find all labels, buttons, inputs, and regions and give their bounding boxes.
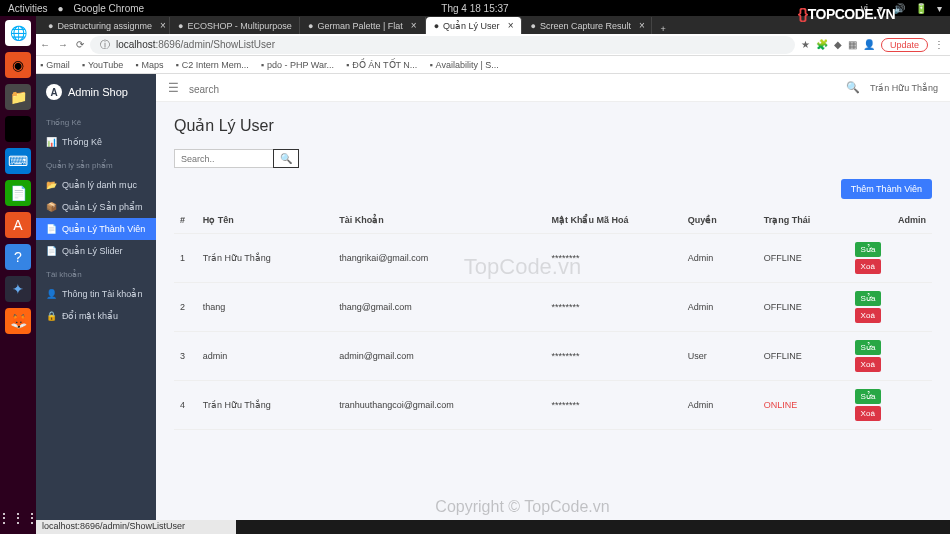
forward-button[interactable]: → bbox=[58, 39, 68, 50]
power-icon[interactable]: ▾ bbox=[937, 3, 942, 14]
bookmark-item[interactable]: ▪YouTube bbox=[82, 60, 124, 70]
sidebar-item[interactable]: 📊Thống Kê bbox=[36, 131, 156, 153]
bookmark-favicon: ▪ bbox=[429, 60, 432, 70]
dock-app-icon[interactable]: ✦ bbox=[5, 276, 31, 302]
cell-index: 4 bbox=[174, 381, 197, 430]
tab-label: German Palette | Flat bbox=[317, 21, 402, 31]
sidebar-item-icon: 📄 bbox=[46, 246, 56, 256]
bookmark-item[interactable]: ▪C2 Intern Mem... bbox=[176, 60, 249, 70]
sidebar-item-icon: 🔒 bbox=[46, 311, 56, 321]
edit-button[interactable]: Sửa bbox=[855, 291, 882, 306]
dock-apps-grid-icon[interactable]: ⋮⋮⋮ bbox=[0, 510, 39, 526]
sidebar-item[interactable]: 🔒Đổi mật khẩu bbox=[36, 305, 156, 327]
tab-close-icon[interactable]: × bbox=[508, 20, 514, 31]
delete-button[interactable]: Xoá bbox=[855, 357, 881, 372]
edit-button[interactable]: Sửa bbox=[855, 242, 882, 257]
sidebar-brand[interactable]: A Admin Shop bbox=[36, 74, 156, 110]
system-datetime[interactable]: Thg 4 18 15:37 bbox=[441, 3, 508, 14]
table-search-input[interactable] bbox=[174, 149, 274, 168]
tab-favicon: ● bbox=[530, 21, 535, 31]
brand-label: Admin Shop bbox=[68, 86, 128, 98]
search-icon[interactable]: 🔍 bbox=[846, 81, 860, 94]
dock-vscode-icon[interactable]: ⌨ bbox=[5, 148, 31, 174]
browser-tab[interactable]: ●Destructuring assignme× bbox=[40, 17, 170, 34]
cell-account: thang@gmail.com bbox=[333, 283, 545, 332]
url-field[interactable]: ⓘ localhost:8696/admin/ShowListUser bbox=[90, 36, 795, 54]
bookmark-item[interactable]: ▪Maps bbox=[135, 60, 163, 70]
topbar-user-name[interactable]: Trần Hữu Thắng bbox=[870, 83, 938, 93]
new-tab-button[interactable]: + bbox=[652, 24, 673, 34]
sidebar-item[interactable]: 👤Thông tin Tài khoản bbox=[36, 283, 156, 305]
cell-index: 3 bbox=[174, 332, 197, 381]
battery-icon[interactable]: 🔋 bbox=[915, 3, 927, 14]
dock-app-icon[interactable]: ◉ bbox=[5, 52, 31, 78]
bookmark-item[interactable]: ▪Availability | S... bbox=[429, 60, 498, 70]
topbar-search-input[interactable] bbox=[189, 84, 309, 95]
extension-icon[interactable]: ★ bbox=[801, 39, 810, 50]
cell-password: ******** bbox=[545, 234, 681, 283]
extension-icon[interactable]: ▦ bbox=[848, 39, 857, 50]
cell-index: 1 bbox=[174, 234, 197, 283]
site-info-icon[interactable]: ⓘ bbox=[100, 38, 110, 52]
delete-button[interactable]: Xoá bbox=[855, 406, 881, 421]
delete-button[interactable]: Xoá bbox=[855, 308, 881, 323]
profile-icon[interactable]: 👤 bbox=[863, 39, 875, 50]
cell-actions: Sửa Xoá bbox=[849, 332, 932, 381]
cell-index: 2 bbox=[174, 283, 197, 332]
cell-role: Admin bbox=[682, 381, 758, 430]
dock-firefox-icon[interactable]: 🦊 bbox=[5, 308, 31, 334]
sidebar-item-label: Đổi mật khẩu bbox=[62, 311, 118, 321]
hamburger-icon[interactable]: ☰ bbox=[168, 81, 179, 95]
ubuntu-dock: 🌐 ◉ 📁 ⬤ ⌨ 📄 A ? ✦ 🦊 ⋮⋮⋮ bbox=[0, 16, 36, 534]
edit-button[interactable]: Sửa bbox=[855, 389, 882, 404]
sidebar-item[interactable]: 📦Quản Lý Sản phẩm bbox=[36, 196, 156, 218]
sidebar-item[interactable]: 📄Quản Lý Slider bbox=[36, 240, 156, 262]
back-button[interactable]: ← bbox=[40, 39, 50, 50]
sidebar-item-icon: 📂 bbox=[46, 180, 56, 190]
browser-tab[interactable]: ●ECOSHOP - Multipurpose× bbox=[170, 17, 300, 34]
sidebar-item[interactable]: 📄Quản Lý Thành Viên bbox=[36, 218, 156, 240]
sidebar-item-icon: 📦 bbox=[46, 202, 56, 212]
table-header: Tài Khoản bbox=[333, 207, 545, 234]
tab-label: Destructuring assignme bbox=[57, 21, 152, 31]
bookmark-item[interactable]: ▪Gmail bbox=[40, 60, 70, 70]
extension-icon[interactable]: 🧩 bbox=[816, 39, 828, 50]
cell-status: ONLINE bbox=[758, 381, 849, 430]
menu-icon[interactable]: ⋮ bbox=[934, 39, 944, 50]
bookmark-label: ĐỒ ÁN TỐT N... bbox=[352, 60, 417, 70]
app-page: A Admin Shop Thống Kê📊Thống KêQuản lý sả… bbox=[36, 74, 950, 520]
edit-button[interactable]: Sửa bbox=[855, 340, 882, 355]
reload-button[interactable]: ⟳ bbox=[76, 39, 84, 50]
main-panel: ☰ 🔍 Trần Hữu Thắng Quản Lý User 🔍 Thêm T… bbox=[156, 74, 950, 520]
tab-close-icon[interactable]: × bbox=[411, 20, 417, 31]
sidebar-item[interactable]: 📂Quản lý danh mục bbox=[36, 174, 156, 196]
dock-software-icon[interactable]: A bbox=[5, 212, 31, 238]
dock-help-icon[interactable]: ? bbox=[5, 244, 31, 270]
tab-close-icon[interactable]: × bbox=[639, 20, 645, 31]
extension-icon[interactable]: ◆ bbox=[834, 39, 842, 50]
bookmark-item[interactable]: ▪pdo - PHP War... bbox=[261, 60, 334, 70]
dock-writer-icon[interactable]: 📄 bbox=[5, 180, 31, 206]
update-button[interactable]: Update bbox=[881, 38, 928, 52]
admin-sidebar: A Admin Shop Thống Kê📊Thống KêQuản lý sả… bbox=[36, 74, 156, 520]
sidebar-item-label: Quản Lý Sản phẩm bbox=[62, 202, 143, 212]
watermark-logo: {}TOPCODE.VN bbox=[798, 6, 895, 22]
add-member-button[interactable]: Thêm Thành Viên bbox=[841, 179, 932, 199]
browser-tab[interactable]: ●Screen Capture Result× bbox=[522, 17, 652, 34]
activities-label[interactable]: Activities bbox=[8, 3, 47, 14]
tab-close-icon[interactable]: × bbox=[160, 20, 166, 31]
bookmark-label: YouTube bbox=[88, 60, 123, 70]
cell-name: Trần Hữu Thắng bbox=[197, 234, 333, 283]
brand-logo-icon: A bbox=[46, 84, 62, 100]
delete-button[interactable]: Xoá bbox=[855, 259, 881, 274]
dock-chrome-icon[interactable]: 🌐 bbox=[5, 20, 31, 46]
browser-app-name[interactable]: Google Chrome bbox=[74, 3, 145, 14]
browser-tab[interactable]: ●Quản Lý User× bbox=[426, 17, 523, 34]
dock-files-icon[interactable]: 📁 bbox=[5, 84, 31, 110]
table-search-button[interactable]: 🔍 bbox=[273, 149, 299, 168]
browser-tab[interactable]: ●German Palette | Flat× bbox=[300, 17, 426, 34]
dock-shell-icon[interactable]: ⬤ bbox=[5, 116, 31, 142]
bookmark-item[interactable]: ▪ĐỒ ÁN TỐT N... bbox=[346, 60, 417, 70]
cell-account: tranhuuthangcoi@gmail.com bbox=[333, 381, 545, 430]
cell-role: Admin bbox=[682, 283, 758, 332]
